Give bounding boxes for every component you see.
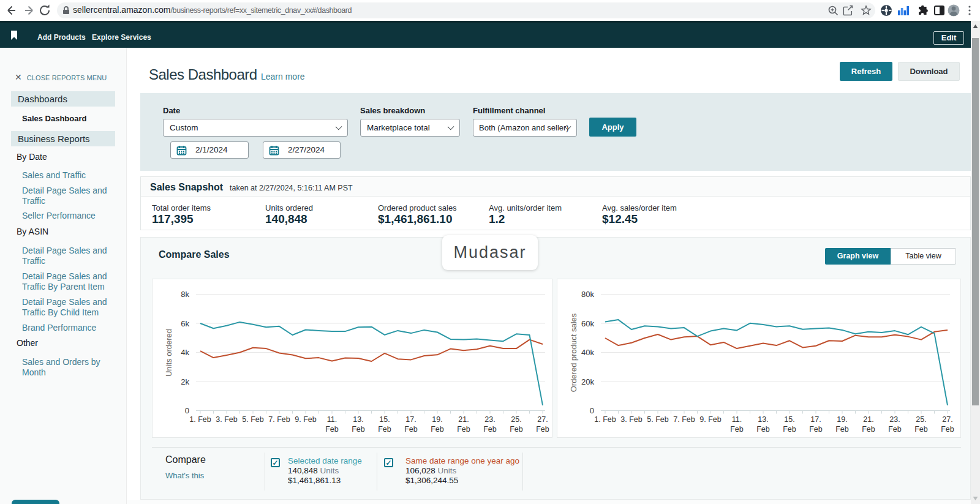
svg-text:25.: 25. bbox=[916, 415, 926, 424]
svg-text:Feb: Feb bbox=[457, 425, 470, 434]
svg-text:23.: 23. bbox=[484, 415, 495, 424]
svg-text:Feb: Feb bbox=[809, 425, 823, 434]
svg-text:8k: 8k bbox=[181, 290, 189, 299]
svg-text:19.: 19. bbox=[432, 415, 442, 424]
svg-text:11.: 11. bbox=[732, 415, 742, 424]
svg-text:27.: 27. bbox=[942, 415, 952, 424]
svg-text:23.: 23. bbox=[889, 415, 900, 424]
svg-text:5. Feb: 5. Feb bbox=[647, 415, 668, 424]
svg-text:9. Feb: 9. Feb bbox=[699, 415, 721, 424]
svg-text:27.: 27. bbox=[537, 415, 548, 424]
svg-text:Feb: Feb bbox=[835, 425, 849, 434]
svg-text:Feb: Feb bbox=[941, 425, 954, 434]
svg-text:0: 0 bbox=[185, 406, 189, 415]
svg-text:Feb: Feb bbox=[325, 425, 339, 434]
svg-text:17.: 17. bbox=[405, 415, 416, 424]
svg-text:Feb: Feb bbox=[510, 425, 523, 434]
svg-text:2k: 2k bbox=[181, 377, 189, 386]
svg-text:3. Feb: 3. Feb bbox=[620, 415, 642, 424]
svg-text:5. Feb: 5. Feb bbox=[242, 415, 263, 424]
svg-text:15.: 15. bbox=[784, 415, 794, 424]
svg-text:Feb: Feb bbox=[352, 425, 365, 434]
svg-text:7. Feb: 7. Feb bbox=[673, 415, 695, 424]
svg-text:19.: 19. bbox=[837, 415, 847, 424]
svg-text:1. Feb: 1. Feb bbox=[189, 415, 211, 424]
svg-text:Feb: Feb bbox=[483, 425, 497, 434]
svg-text:Feb: Feb bbox=[783, 425, 796, 434]
svg-text:11.: 11. bbox=[327, 415, 337, 424]
svg-text:Feb: Feb bbox=[431, 425, 444, 434]
svg-text:6k: 6k bbox=[181, 319, 189, 328]
svg-text:Feb: Feb bbox=[888, 425, 902, 434]
svg-text:17.: 17. bbox=[810, 415, 821, 424]
svg-text:21.: 21. bbox=[458, 415, 469, 424]
svg-text:1. Feb: 1. Feb bbox=[594, 415, 616, 424]
svg-text:Feb: Feb bbox=[536, 425, 549, 434]
svg-text:Feb: Feb bbox=[862, 425, 875, 434]
svg-text:13.: 13. bbox=[758, 415, 768, 424]
svg-text:Feb: Feb bbox=[730, 425, 744, 434]
svg-text:9. Feb: 9. Feb bbox=[295, 415, 316, 424]
svg-text:7. Feb: 7. Feb bbox=[268, 415, 290, 424]
svg-text:Ordered product sales: Ordered product sales bbox=[569, 313, 578, 392]
svg-text:80k: 80k bbox=[581, 290, 594, 299]
svg-text:0: 0 bbox=[590, 406, 594, 415]
svg-text:15.: 15. bbox=[379, 415, 390, 424]
svg-text:Feb: Feb bbox=[914, 425, 928, 434]
svg-text:21.: 21. bbox=[863, 415, 873, 424]
svg-text:Feb: Feb bbox=[756, 425, 770, 434]
svg-text:Feb: Feb bbox=[404, 425, 418, 434]
svg-text:4k: 4k bbox=[181, 348, 189, 357]
svg-text:25.: 25. bbox=[511, 415, 521, 424]
svg-text:60k: 60k bbox=[581, 319, 594, 328]
svg-text:Feb: Feb bbox=[378, 425, 391, 434]
svg-text:20k: 20k bbox=[581, 377, 594, 386]
svg-text:40k: 40k bbox=[581, 348, 594, 357]
svg-text:13.: 13. bbox=[353, 415, 363, 424]
svg-text:Units ordered: Units ordered bbox=[164, 329, 173, 377]
svg-text:3. Feb: 3. Feb bbox=[216, 415, 237, 424]
